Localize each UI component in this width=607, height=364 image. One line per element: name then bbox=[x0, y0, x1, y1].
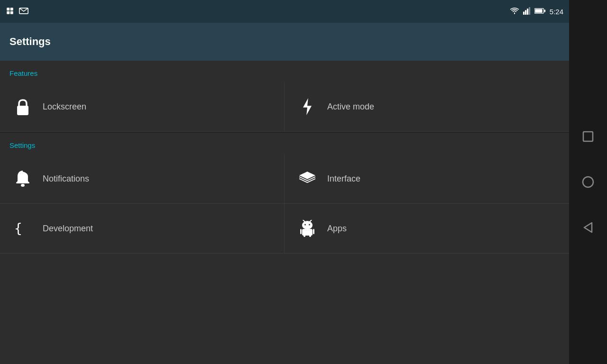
recent-apps-button[interactable] bbox=[579, 128, 597, 145]
apps-label: Apps bbox=[327, 224, 347, 234]
interface-label: Interface bbox=[327, 174, 360, 184]
svg-point-20 bbox=[302, 221, 313, 229]
lockscreen-item[interactable]: Lockscreen bbox=[0, 82, 285, 132]
android-icon bbox=[296, 217, 319, 240]
svg-rect-11 bbox=[544, 9, 545, 12]
interface-item[interactable]: Interface bbox=[285, 154, 569, 204]
svg-text:{ }: { } bbox=[14, 222, 31, 235]
lock-icon bbox=[11, 95, 34, 118]
svg-rect-12 bbox=[17, 106, 28, 115]
svg-point-21 bbox=[304, 224, 306, 226]
svg-rect-1 bbox=[10, 8, 13, 10]
home-button[interactable] bbox=[579, 173, 597, 191]
bell-icon bbox=[11, 167, 34, 190]
nav-bar bbox=[569, 0, 607, 364]
svg-rect-14 bbox=[16, 182, 29, 183]
svg-rect-25 bbox=[302, 229, 313, 236]
svg-rect-0 bbox=[7, 8, 9, 10]
svg-rect-30 bbox=[583, 132, 593, 141]
notifications-label: Notifications bbox=[43, 174, 89, 184]
svg-rect-6 bbox=[525, 10, 526, 15]
development-label: Development bbox=[43, 224, 93, 234]
code-icon: { } bbox=[11, 217, 34, 240]
svg-point-31 bbox=[583, 177, 593, 187]
svg-marker-13 bbox=[303, 98, 312, 115]
status-bar-right: 5:24 bbox=[510, 7, 563, 16]
svg-rect-3 bbox=[10, 11, 13, 14]
svg-rect-26 bbox=[300, 229, 302, 234]
apps-item[interactable]: Apps bbox=[285, 204, 569, 254]
main-content: 5:24 Settings Features Lockscreen bbox=[0, 0, 569, 364]
status-bar-left bbox=[6, 7, 28, 17]
svg-rect-8 bbox=[529, 7, 530, 15]
features-section-header: Features bbox=[0, 61, 569, 82]
battery-icon bbox=[534, 8, 546, 16]
svg-point-22 bbox=[309, 224, 310, 226]
settings-grid: Notifications Interface { } Development bbox=[0, 154, 569, 254]
layers-icon bbox=[296, 167, 319, 190]
svg-marker-32 bbox=[584, 223, 592, 232]
flash-icon bbox=[296, 95, 319, 118]
svg-rect-7 bbox=[527, 9, 528, 15]
notification-icon bbox=[6, 7, 14, 17]
svg-line-24 bbox=[310, 220, 312, 221]
signal-icon bbox=[523, 7, 531, 16]
svg-rect-10 bbox=[535, 9, 542, 13]
settings-section-header: Settings bbox=[0, 133, 569, 154]
lockscreen-label: Lockscreen bbox=[43, 102, 86, 112]
notifications-item[interactable]: Notifications bbox=[0, 154, 285, 204]
development-item[interactable]: { } Development bbox=[0, 204, 285, 254]
features-grid: Lockscreen Active mode bbox=[0, 82, 569, 132]
svg-rect-29 bbox=[309, 235, 311, 237]
svg-point-15 bbox=[21, 184, 25, 187]
active-mode-label: Active mode bbox=[327, 102, 374, 112]
status-bar: 5:24 bbox=[0, 0, 569, 23]
wifi-icon bbox=[510, 7, 519, 16]
svg-rect-5 bbox=[523, 11, 524, 14]
svg-rect-2 bbox=[7, 11, 9, 14]
active-mode-item[interactable]: Active mode bbox=[285, 82, 569, 132]
svg-rect-27 bbox=[313, 229, 314, 234]
app-bar: Settings bbox=[0, 23, 569, 61]
svg-line-23 bbox=[303, 220, 304, 221]
back-button[interactable] bbox=[579, 219, 597, 236]
email-icon bbox=[19, 8, 28, 16]
app-bar-title: Settings bbox=[9, 36, 51, 48]
svg-rect-28 bbox=[304, 235, 305, 237]
clock-time: 5:24 bbox=[550, 8, 563, 16]
